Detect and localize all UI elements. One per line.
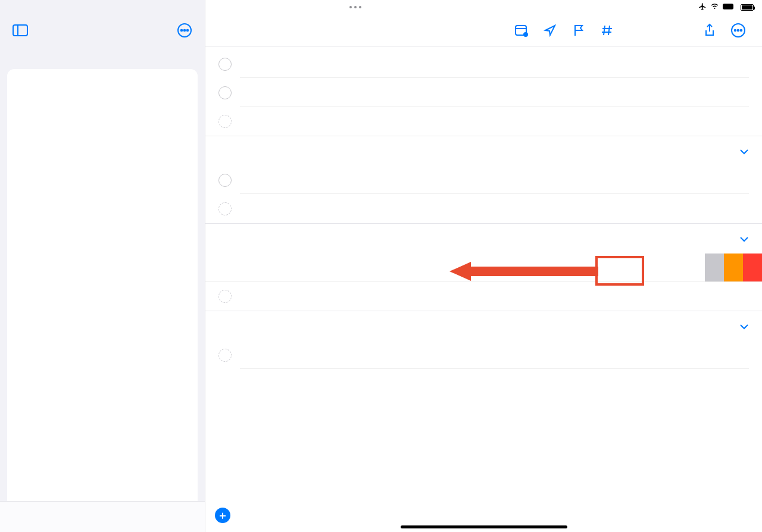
item-text[interactable] — [240, 167, 749, 194]
swiped-item-row[interactable] — [205, 254, 762, 282]
chevron-down-icon[interactable] — [739, 145, 749, 158]
add-placeholder-icon[interactable] — [218, 115, 232, 128]
svg-point-17 — [741, 29, 742, 31]
item-text[interactable] — [240, 79, 749, 107]
svg-point-5 — [184, 30, 186, 32]
home-indicator[interactable] — [401, 525, 567, 528]
location-button[interactable] — [537, 18, 563, 42]
svg-line-10 — [604, 26, 605, 35]
section-header[interactable] — [205, 311, 762, 341]
swipe-detail-button[interactable] — [705, 254, 724, 281]
plus-circle-icon: ＋ — [215, 508, 230, 523]
reminder-item[interactable] — [205, 50, 762, 79]
reminder-item[interactable] — [205, 79, 762, 107]
reminder-item-placeholder[interactable] — [205, 282, 762, 311]
reminder-item-placeholder[interactable] — [205, 341, 762, 370]
reminder-item-placeholder[interactable] — [205, 107, 762, 136]
mylists-heading — [0, 52, 205, 65]
svg-point-16 — [738, 29, 739, 31]
flag-button[interactable] — [566, 18, 592, 42]
swipe-flag-button[interactable] — [724, 254, 743, 281]
section-header[interactable] — [205, 136, 762, 166]
svg-point-15 — [735, 29, 736, 31]
chevron-down-icon[interactable] — [739, 320, 749, 333]
svg-rect-1 — [13, 25, 27, 36]
svg-point-9 — [523, 32, 528, 37]
calendar-badge-button[interactable] — [508, 18, 535, 42]
share-button[interactable] — [697, 18, 723, 42]
checkbox-icon[interactable] — [218, 58, 232, 71]
main-pane: ＋ — [205, 0, 762, 532]
swipe-delete-button[interactable] — [743, 254, 762, 281]
main-more-button[interactable] — [725, 18, 751, 42]
chevron-down-icon[interactable] — [739, 232, 749, 245]
add-placeholder-icon[interactable] — [218, 290, 232, 303]
svg-point-4 — [181, 30, 183, 32]
annotation-highlight-box — [595, 256, 644, 286]
reminder-item-placeholder[interactable] — [205, 195, 762, 223]
svg-point-6 — [187, 30, 189, 32]
add-placeholder-icon[interactable] — [218, 202, 232, 215]
checkbox-icon[interactable] — [218, 86, 232, 99]
toggle-sidebar-button[interactable] — [11, 21, 30, 40]
more-button[interactable] — [175, 21, 194, 40]
svg-line-11 — [608, 26, 610, 35]
sidebar — [0, 0, 205, 532]
checkbox-icon[interactable] — [218, 174, 232, 187]
add-placeholder-icon[interactable] — [218, 349, 232, 362]
item-text[interactable] — [240, 51, 749, 78]
tag-button[interactable] — [594, 18, 620, 42]
reminder-item[interactable] — [205, 166, 762, 195]
new-item-button[interactable]: ＋ — [215, 508, 236, 523]
section-header[interactable] — [205, 223, 762, 254]
